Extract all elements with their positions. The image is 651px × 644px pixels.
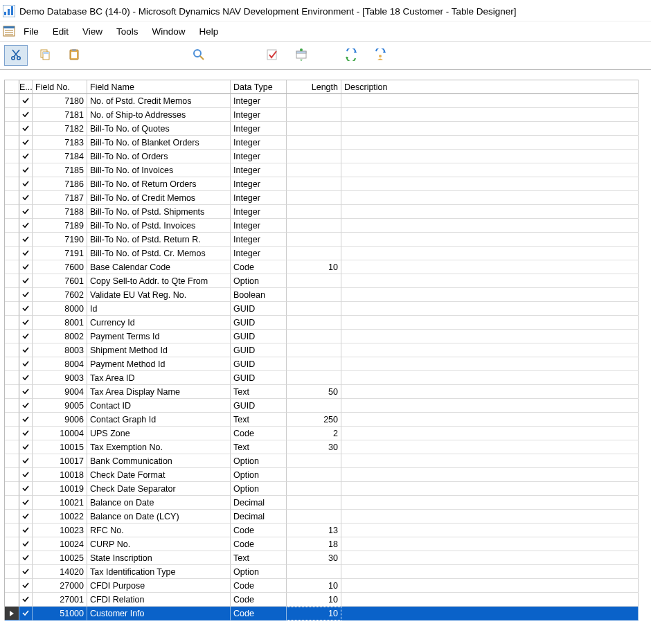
- row-selector[interactable]: [5, 274, 19, 288]
- cell-field-no[interactable]: 8003: [33, 343, 87, 357]
- cell-enabled[interactable]: [19, 385, 33, 399]
- cell-field-no[interactable]: 7191: [33, 247, 87, 260]
- cell-field-name[interactable]: No. of Ship-to Addresses: [87, 108, 231, 122]
- cell-enabled[interactable]: [19, 288, 33, 302]
- cell-length[interactable]: [287, 330, 341, 343]
- table-row[interactable]: 7184Bill-To No. of OrdersInteger: [5, 150, 639, 163]
- cell-data-type[interactable]: Option: [231, 468, 287, 482]
- cell-data-type[interactable]: Integer: [231, 136, 287, 150]
- cell-field-no[interactable]: 10024: [33, 537, 87, 551]
- cell-field-name[interactable]: Base Calendar Code: [87, 260, 231, 274]
- cell-length[interactable]: [287, 163, 341, 177]
- row-selector[interactable]: [5, 454, 19, 468]
- cell-description[interactable]: [341, 385, 639, 399]
- row-selector[interactable]: [5, 385, 19, 399]
- cell-data-type[interactable]: Option: [231, 274, 287, 288]
- cell-enabled[interactable]: [19, 510, 33, 524]
- cell-enabled[interactable]: [19, 524, 33, 537]
- cell-data-type[interactable]: GUID: [231, 399, 287, 413]
- table-row[interactable]: 7185Bill-To No. of InvoicesInteger: [5, 163, 639, 177]
- cell-field-name[interactable]: Balance on Date (LCY): [87, 510, 231, 524]
- col-description[interactable]: Description: [341, 80, 639, 94]
- menu-edit[interactable]: Edit: [47, 24, 74, 39]
- cell-field-name[interactable]: Balance on Date: [87, 496, 231, 510]
- cell-description[interactable]: [341, 427, 639, 440]
- cell-length[interactable]: [287, 274, 341, 288]
- table-row[interactable]: 7189Bill-To No. of Pstd. InvoicesInteger: [5, 219, 639, 233]
- table-row[interactable]: 10019Check Date SeparatorOption: [5, 482, 639, 496]
- row-selector[interactable]: [5, 537, 19, 551]
- cell-length[interactable]: [287, 496, 341, 510]
- cell-field-no[interactable]: 10025: [33, 551, 87, 565]
- row-selector[interactable]: [5, 468, 19, 482]
- cell-field-name[interactable]: Bill-To No. of Invoices: [87, 163, 231, 177]
- cell-length[interactable]: [287, 302, 341, 316]
- cell-data-type[interactable]: GUID: [231, 371, 287, 385]
- cell-field-name[interactable]: Bill-To No. of Blanket Orders: [87, 136, 231, 150]
- col-data-type[interactable]: Data Type: [231, 80, 287, 94]
- cell-enabled[interactable]: [19, 607, 33, 620]
- compile-button[interactable]: [260, 45, 284, 66]
- cell-enabled[interactable]: [19, 427, 33, 440]
- cell-length[interactable]: [287, 136, 341, 150]
- cell-length[interactable]: [287, 122, 341, 136]
- cell-description[interactable]: [341, 136, 639, 150]
- cell-enabled[interactable]: [19, 260, 33, 274]
- cell-length[interactable]: [287, 94, 341, 108]
- cell-data-type[interactable]: Option: [231, 454, 287, 468]
- cell-length[interactable]: 10: [287, 260, 341, 274]
- cell-length[interactable]: [287, 454, 341, 468]
- sync-schema-button[interactable]: [339, 45, 363, 66]
- cell-field-name[interactable]: Bill-To No. of Credit Memos: [87, 191, 231, 205]
- cell-description[interactable]: [341, 440, 639, 454]
- cell-enabled[interactable]: [19, 482, 33, 496]
- cell-length[interactable]: 10: [287, 579, 341, 593]
- cell-length[interactable]: [287, 288, 341, 302]
- cell-data-type[interactable]: GUID: [231, 316, 287, 330]
- cell-description[interactable]: [341, 551, 639, 565]
- cell-data-type[interactable]: Decimal: [231, 496, 287, 510]
- table-row[interactable]: 10017Bank CommunicationOption: [5, 454, 639, 468]
- table-row[interactable]: 10024CURP No.Code18: [5, 537, 639, 551]
- cell-length[interactable]: [287, 177, 341, 191]
- cell-data-type[interactable]: Code: [231, 524, 287, 537]
- cell-field-no[interactable]: 27000: [33, 579, 87, 593]
- table-row[interactable]: 9003Tax Area IDGUID: [5, 371, 639, 385]
- cell-field-name[interactable]: Currency Id: [87, 316, 231, 330]
- cell-data-type[interactable]: Integer: [231, 122, 287, 136]
- cell-field-no[interactable]: 10019: [33, 482, 87, 496]
- cell-enabled[interactable]: [19, 371, 33, 385]
- table-row[interactable]: 7183Bill-To No. of Blanket OrdersInteger: [5, 136, 639, 150]
- cell-description[interactable]: [341, 565, 639, 579]
- col-length[interactable]: Length: [287, 80, 341, 94]
- cell-description[interactable]: [341, 413, 639, 427]
- cell-enabled[interactable]: [19, 343, 33, 357]
- row-selector[interactable]: [5, 510, 19, 524]
- cell-length[interactable]: 250: [287, 413, 341, 427]
- cell-description[interactable]: [341, 288, 639, 302]
- cell-field-name[interactable]: Payment Method Id: [87, 357, 231, 371]
- paste-button[interactable]: [62, 45, 86, 66]
- table-row[interactable]: 10025State InscriptionText30: [5, 551, 639, 565]
- cell-field-name[interactable]: Contact Graph Id: [87, 413, 231, 427]
- cell-enabled[interactable]: [19, 150, 33, 163]
- table-row[interactable]: 7187Bill-To No. of Credit MemosInteger: [5, 191, 639, 205]
- table-row[interactable]: 10022Balance on Date (LCY)Decimal: [5, 510, 639, 524]
- cell-enabled[interactable]: [19, 399, 33, 413]
- cell-data-type[interactable]: Decimal: [231, 510, 287, 524]
- cell-length[interactable]: [287, 565, 341, 579]
- table-row[interactable]: 8001Currency IdGUID: [5, 316, 639, 330]
- cell-field-no[interactable]: 7187: [33, 191, 87, 205]
- cell-data-type[interactable]: Integer: [231, 191, 287, 205]
- cell-field-name[interactable]: Bill-To No. of Pstd. Shipments: [87, 205, 231, 219]
- cell-field-name[interactable]: Bank Communication: [87, 454, 231, 468]
- table-row[interactable]: 7182Bill-To No. of QuotesInteger: [5, 122, 639, 136]
- table-row[interactable]: 14020Tax Identification TypeOption: [5, 565, 639, 579]
- table-row[interactable]: 8000IdGUID: [5, 302, 639, 316]
- cell-length[interactable]: 10: [287, 607, 341, 620]
- cell-length[interactable]: [287, 219, 341, 233]
- table-row[interactable]: 10015Tax Exemption No.Text30: [5, 440, 639, 454]
- cell-enabled[interactable]: [19, 440, 33, 454]
- row-selector[interactable]: [5, 357, 19, 371]
- cell-field-no[interactable]: 8002: [33, 330, 87, 343]
